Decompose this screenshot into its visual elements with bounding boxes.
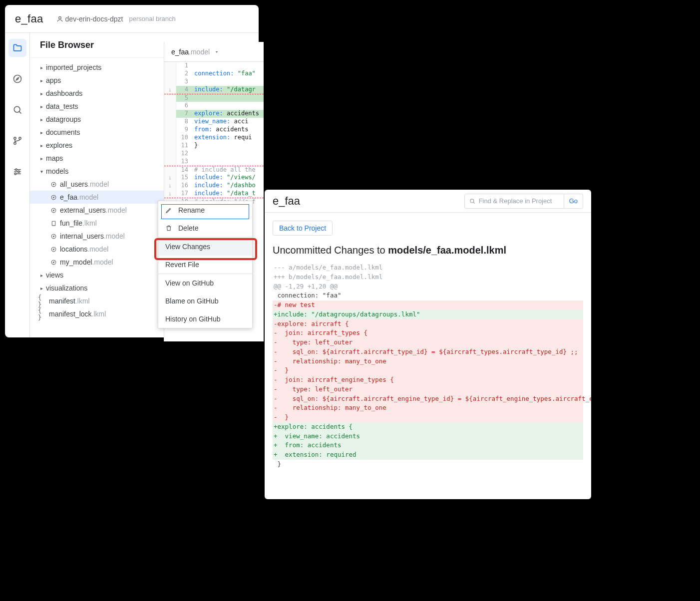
- svg-marker-31: [53, 210, 54, 211]
- diff-line: - relationship: many_to_one: [273, 403, 583, 413]
- diff-line: @@ -1,29 +1,20 @@: [273, 282, 583, 292]
- chevron-down-icon: [214, 49, 220, 55]
- diff-body: Back to Project Uncommitted Changes to m…: [265, 213, 591, 477]
- diff-line: --- a/models/e_faa.model.lkml: [273, 263, 583, 273]
- diff-line: -# new test: [273, 300, 583, 310]
- ctx-view-github[interactable]: View on GitHub: [158, 274, 252, 292]
- diff-line: + from: accidents: [273, 441, 583, 450]
- pencil-icon: [165, 207, 173, 214]
- diff-line: +++ b/models/e_faa.model.lkml: [273, 273, 583, 282]
- editor-tab[interactable]: e_faa.model: [164, 42, 264, 62]
- ctx-revert[interactable]: Revert File: [158, 256, 252, 274]
- svg-point-23: [51, 182, 56, 187]
- svg-point-35: [51, 247, 56, 252]
- svg-point-37: [51, 260, 56, 265]
- rail-settings[interactable]: [8, 163, 26, 181]
- svg-marker-34: [53, 236, 54, 237]
- diff-line: - sql_on: ${aircraft.aircraft_engine_typ…: [273, 394, 583, 404]
- diff-line: + view_name: accidents: [273, 432, 583, 441]
- search-icon: [469, 198, 476, 205]
- svg-point-0: [58, 16, 61, 19]
- diff-line: }: [273, 460, 583, 469]
- svg-rect-32: [52, 221, 55, 226]
- diff-heading: Uncommitted Changes to models/e_faa.mode…: [273, 245, 583, 256]
- search-input[interactable]: Find & Replace in Project: [464, 194, 564, 209]
- branch-name: dev-erin-docs-dpzt: [65, 15, 123, 23]
- diff-panel: e_faa Find & Replace in Project Go Back …: [265, 190, 591, 499]
- svg-point-11: [15, 169, 16, 170]
- rail-folder[interactable]: [8, 39, 26, 57]
- diff-line: + extension: required: [273, 450, 583, 460]
- topbar: e_faa dev-erin-docs-dpzt personal branch: [5, 5, 259, 33]
- search-group: Find & Replace in Project Go: [464, 194, 583, 209]
- svg-line-4: [19, 111, 21, 113]
- diff-line: - }: [273, 413, 583, 422]
- svg-marker-2: [16, 78, 18, 80]
- svg-point-7: [18, 137, 20, 139]
- branch-type: personal branch: [129, 15, 176, 22]
- search-placeholder: Find & Replace in Project: [479, 197, 552, 205]
- go-button[interactable]: Go: [564, 194, 583, 209]
- diff-path: models/e_faa.model.lkml: [388, 245, 506, 256]
- svg-marker-24: [53, 184, 54, 185]
- project-title: e_faa: [15, 12, 43, 25]
- rail-git[interactable]: [8, 132, 26, 150]
- rail-compass[interactable]: [8, 70, 26, 88]
- branch-selector[interactable]: dev-erin-docs-dpzt personal branch: [56, 15, 176, 23]
- svg-point-30: [51, 208, 56, 213]
- trash-icon: [165, 225, 173, 232]
- svg-marker-26: [53, 197, 54, 198]
- svg-point-12: [17, 171, 19, 172]
- svg-line-40: [473, 202, 474, 203]
- diff-line: - type: left_outer: [273, 385, 583, 394]
- svg-point-13: [14, 173, 16, 175]
- svg-point-3: [14, 106, 20, 112]
- iconrail: [5, 33, 30, 337]
- ctx-blame-github[interactable]: Blame on GitHub: [158, 292, 252, 310]
- compass-icon: [12, 74, 22, 84]
- sliders-icon: [12, 167, 22, 177]
- diff-line: - join: aircraft_engine_types {: [273, 375, 583, 385]
- editor-tab-ext: .model: [189, 48, 210, 56]
- svg-point-6: [13, 142, 15, 144]
- rail-search[interactable]: [8, 101, 26, 119]
- diff-topbar: e_faa Find & Replace in Project Go: [265, 190, 591, 213]
- editor-tab-base: e_faa: [171, 48, 189, 56]
- svg-point-1: [13, 75, 21, 83]
- svg-point-25: [51, 195, 56, 200]
- diff-line: -explore: aircraft {: [273, 319, 583, 329]
- diff-project-title: e_faa: [273, 195, 300, 208]
- diff-view[interactable]: --- a/models/e_faa.model.lkml+++ b/model…: [273, 263, 583, 469]
- svg-point-5: [13, 137, 15, 139]
- diff-line: - relationship: many_to_one: [273, 357, 583, 366]
- ctx-history-github[interactable]: History on GitHub: [158, 310, 252, 328]
- svg-marker-38: [53, 262, 54, 263]
- diff-line: +explore: accidents {: [273, 422, 583, 432]
- svg-marker-36: [53, 249, 54, 250]
- diff-line: - join: aircraft_types {: [273, 328, 583, 338]
- diff-line: - sql_on: ${aircraft.aircraft_type_id} =…: [273, 347, 583, 357]
- svg-point-33: [51, 234, 56, 239]
- ctx-rename[interactable]: Rename: [158, 201, 252, 219]
- context-menu: Rename Delete View Changes Revert File V…: [158, 201, 253, 328]
- back-button[interactable]: Back to Project: [273, 221, 333, 236]
- branch-icon: [12, 136, 22, 146]
- folder-icon: [12, 43, 22, 53]
- person-icon: [56, 15, 63, 22]
- ctx-delete[interactable]: Delete: [158, 219, 252, 237]
- search-icon: [12, 105, 22, 115]
- code-area[interactable]: 12connection: "faa"3i4include: "/datagr5…: [164, 62, 264, 214]
- diff-line: - }: [273, 366, 583, 375]
- diff-line: connection: "faa": [273, 291, 583, 300]
- ctx-view-changes[interactable]: View Changes: [158, 238, 252, 256]
- diff-line: - type: left_outer: [273, 338, 583, 347]
- diff-line: +include: "/datagroups/datagroups.lkml": [273, 310, 583, 319]
